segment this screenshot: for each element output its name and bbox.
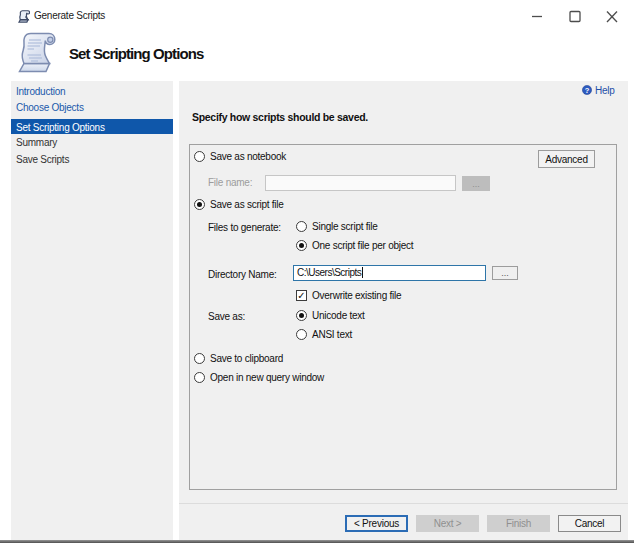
svg-text:?: ? bbox=[585, 86, 590, 95]
